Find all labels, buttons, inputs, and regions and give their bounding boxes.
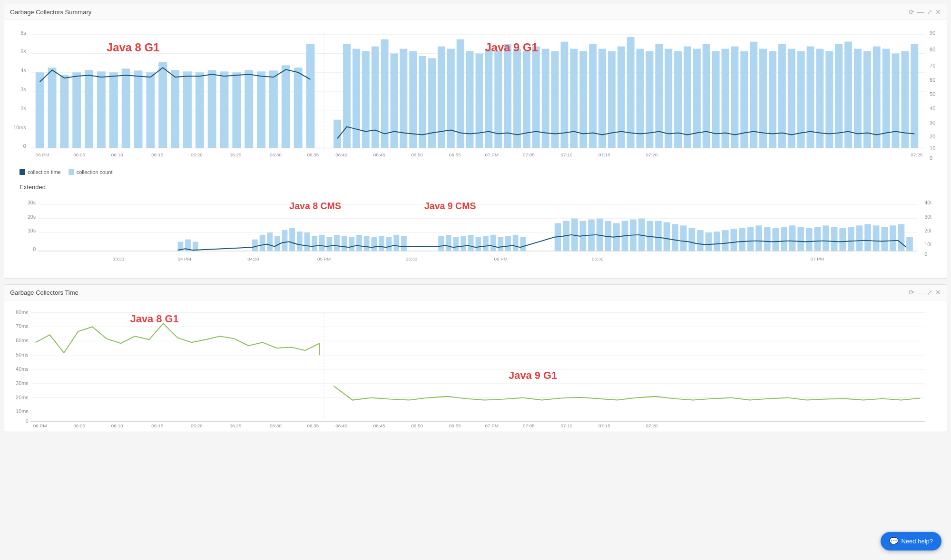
summary-chart-container: 6s 5s 4s 3s 2s 10ms 0 90 80 70 60 50 40 … bbox=[4, 20, 947, 278]
gc-time-chart-container: 80ms 70ms 60ms 50ms 40ms 30ms 20ms 10ms … bbox=[4, 300, 947, 432]
chart-legend: collection time collection count bbox=[12, 167, 939, 179]
svg-rect-106 bbox=[873, 47, 881, 148]
svg-text:50ms: 50ms bbox=[16, 352, 29, 357]
svg-rect-157 bbox=[327, 237, 333, 251]
svg-text:30ms: 30ms bbox=[16, 380, 29, 386]
svg-text:06:35: 06:35 bbox=[307, 423, 319, 428]
legend-collection-count-label: collection count bbox=[77, 169, 113, 175]
svg-text:06:15: 06:15 bbox=[151, 152, 163, 157]
svg-text:06:45: 06:45 bbox=[373, 152, 385, 157]
svg-rect-31 bbox=[122, 68, 130, 148]
svg-rect-221 bbox=[898, 224, 905, 251]
svg-rect-215 bbox=[848, 227, 854, 251]
svg-rect-30 bbox=[109, 72, 118, 148]
svg-rect-74 bbox=[570, 49, 578, 148]
svg-rect-39 bbox=[220, 71, 229, 148]
svg-text:06:40: 06:40 bbox=[335, 152, 347, 157]
svg-text:Java 9 G1: Java 9 G1 bbox=[485, 41, 538, 54]
svg-text:0: 0 bbox=[26, 418, 29, 424]
svg-rect-172 bbox=[468, 235, 474, 251]
svg-rect-177 bbox=[505, 236, 511, 251]
svg-rect-198 bbox=[706, 232, 712, 251]
gc-time-chart-wrapper: 80ms 70ms 60ms 50ms 40ms 30ms 20ms 10ms … bbox=[12, 305, 939, 429]
svg-rect-192 bbox=[655, 221, 662, 251]
summary-chart-svg: 6s 5s 4s 3s 2s 10ms 0 90 80 70 60 50 40 … bbox=[12, 25, 939, 167]
svg-text:20s: 20s bbox=[28, 214, 36, 220]
svg-rect-77 bbox=[598, 49, 606, 148]
svg-rect-153 bbox=[297, 232, 303, 251]
svg-rect-36 bbox=[183, 71, 192, 148]
svg-text:300: 300 bbox=[924, 214, 931, 220]
svg-text:07 PM: 07 PM bbox=[485, 152, 499, 157]
svg-text:07:15: 07:15 bbox=[598, 152, 610, 157]
svg-text:06:20: 06:20 bbox=[191, 152, 203, 157]
svg-text:50: 50 bbox=[930, 91, 935, 97]
svg-rect-216 bbox=[856, 225, 863, 251]
svg-rect-80 bbox=[627, 37, 635, 148]
svg-text:10ms: 10ms bbox=[13, 125, 26, 130]
svg-rect-212 bbox=[823, 225, 829, 251]
svg-text:40: 40 bbox=[930, 106, 935, 111]
gc-time-minimize-icon[interactable]: — bbox=[917, 289, 924, 296]
svg-rect-26 bbox=[60, 75, 69, 148]
extended-chart-svg: 30s 20s 10s 0 400 300 200 100 0 bbox=[20, 194, 931, 270]
svg-rect-205 bbox=[764, 227, 771, 251]
svg-rect-45 bbox=[294, 68, 303, 148]
svg-text:06:30: 06:30 bbox=[592, 256, 604, 261]
svg-rect-178 bbox=[513, 235, 519, 251]
svg-rect-97 bbox=[788, 49, 795, 148]
panel-controls: ⟳ — ⤢ ✕ bbox=[909, 8, 941, 16]
svg-text:07 PM: 07 PM bbox=[485, 423, 499, 428]
svg-text:06:15: 06:15 bbox=[151, 423, 163, 428]
svg-text:06:10: 06:10 bbox=[111, 152, 123, 157]
minimize-icon[interactable]: — bbox=[917, 8, 924, 16]
svg-text:06:55: 06:55 bbox=[449, 423, 461, 428]
expand-icon[interactable]: ⤢ bbox=[927, 8, 932, 16]
svg-rect-151 bbox=[282, 230, 288, 251]
svg-rect-196 bbox=[688, 228, 695, 251]
svg-rect-179 bbox=[520, 237, 526, 251]
gc-time-panel: Garbage Collectors Time ⟳ — ⤢ ✕ 80ms 70m… bbox=[4, 284, 947, 432]
svg-text:Java 9 CMS: Java 9 CMS bbox=[424, 201, 476, 211]
svg-rect-68 bbox=[513, 49, 521, 148]
svg-rect-108 bbox=[892, 54, 900, 148]
svg-rect-27 bbox=[72, 72, 81, 148]
svg-text:05:30: 05:30 bbox=[406, 256, 418, 261]
gc-time-close-icon[interactable]: ✕ bbox=[935, 289, 941, 296]
svg-text:05 PM: 05 PM bbox=[317, 256, 331, 261]
svg-text:06:05: 06:05 bbox=[73, 423, 85, 428]
svg-rect-148 bbox=[260, 235, 265, 251]
svg-text:60ms: 60ms bbox=[16, 338, 29, 343]
svg-rect-201 bbox=[730, 229, 737, 251]
gc-time-refresh-icon[interactable]: ⟳ bbox=[909, 289, 914, 296]
svg-text:06:50: 06:50 bbox=[411, 423, 423, 428]
gc-time-panel-controls: ⟳ — ⤢ ✕ bbox=[909, 289, 941, 296]
svg-text:90: 90 bbox=[930, 30, 935, 36]
svg-text:07:20: 07:20 bbox=[646, 152, 657, 157]
svg-rect-204 bbox=[755, 225, 762, 251]
svg-text:Java 8 G1: Java 8 G1 bbox=[130, 313, 179, 325]
legend-collection-time-box bbox=[20, 169, 25, 175]
summary-chart-wrapper: 6s 5s 4s 3s 2s 10ms 0 90 80 70 60 50 40 … bbox=[12, 25, 939, 167]
svg-rect-164 bbox=[379, 236, 384, 251]
svg-rect-163 bbox=[371, 237, 377, 251]
svg-text:6s: 6s bbox=[20, 30, 26, 36]
gc-time-chart-svg: 80ms 70ms 60ms 50ms 40ms 30ms 20ms 10ms … bbox=[12, 305, 939, 429]
close-icon[interactable]: ✕ bbox=[935, 8, 941, 16]
svg-rect-43 bbox=[269, 70, 278, 148]
svg-rect-167 bbox=[401, 236, 407, 251]
svg-rect-34 bbox=[158, 62, 167, 148]
svg-rect-199 bbox=[714, 232, 720, 251]
svg-text:06:55: 06:55 bbox=[449, 152, 461, 157]
gc-time-expand-icon[interactable]: ⤢ bbox=[927, 289, 932, 296]
svg-text:60: 60 bbox=[930, 77, 935, 83]
refresh-icon[interactable]: ⟳ bbox=[909, 8, 914, 16]
svg-text:03:30: 03:30 bbox=[113, 256, 125, 261]
extended-section-label: Extended bbox=[12, 179, 939, 191]
svg-rect-86 bbox=[684, 47, 691, 148]
svg-text:07:05: 07:05 bbox=[523, 423, 535, 428]
svg-rect-154 bbox=[304, 232, 310, 251]
svg-rect-158 bbox=[334, 235, 340, 251]
svg-rect-194 bbox=[672, 224, 678, 251]
svg-text:06:50: 06:50 bbox=[411, 152, 423, 157]
